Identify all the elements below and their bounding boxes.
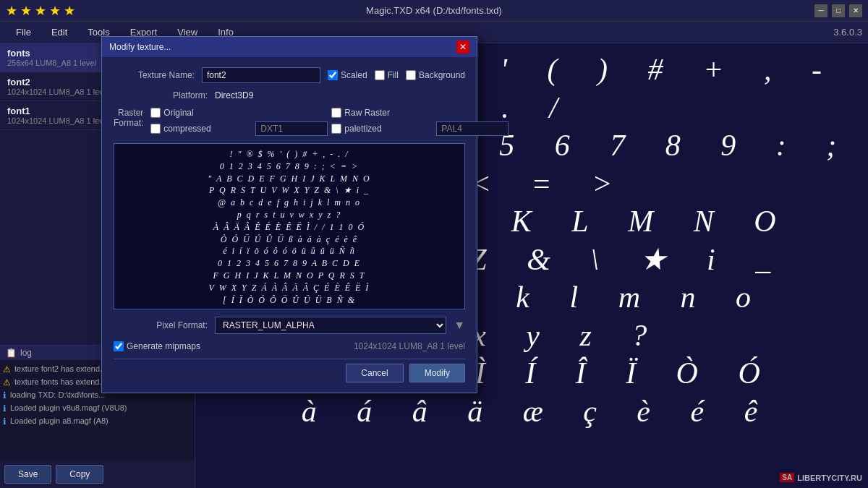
watermark: SA LIBERTYCITY.RU — [780, 473, 862, 482]
fill-checkbox[interactable] — [375, 70, 385, 80]
title-bar-left: ★ ★ ★ ★ ★ — [6, 3, 75, 19]
dialog-titlebar[interactable]: Modify texture... ✕ — [102, 37, 477, 57]
modify-dialog: Modify texture... ✕ Texture Name: Scaled… — [101, 36, 477, 393]
generate-mipmaps-checkbox[interactable] — [114, 341, 124, 351]
raw-raster-checkbox-label[interactable]: Raw Raster — [331, 108, 433, 118]
log-icon: 📋 — [6, 348, 17, 358]
info-icon-4: ℹ — [3, 416, 7, 427]
log-title: log — [20, 348, 32, 358]
star-icon-3: ★ — [35, 3, 46, 19]
title-bar: ★ ★ ★ ★ ★ Magic.TXD x64 (D:/txd/fonts.tx… — [0, 0, 868, 22]
compressed-checkbox-label[interactable]: compressed — [150, 124, 252, 134]
raw-raster-label: Raw Raster — [344, 108, 390, 118]
modify-button[interactable]: Modify — [409, 364, 465, 382]
compressed-checkbox[interactable] — [150, 124, 161, 134]
scaled-label-text: Scaled — [341, 70, 367, 80]
info-icon-3: ℹ — [3, 403, 7, 414]
palettized-checkbox[interactable] — [331, 124, 341, 134]
maximize-button[interactable]: □ — [832, 4, 845, 17]
sa-logo: SA — [780, 473, 794, 482]
save-button[interactable]: Save — [4, 465, 51, 484]
pixel-format-label: Pixel Format: — [114, 320, 208, 330]
generate-mipmaps-text: Generate mipmaps — [127, 341, 200, 351]
bottom-buttons: Save Copy — [0, 461, 195, 488]
texture-name-label: Texture Name: — [114, 70, 195, 80]
scaled-checkbox-label[interactable]: Scaled — [328, 70, 367, 80]
fill-checkbox-label[interactable]: Fill — [375, 70, 399, 80]
palettized-label: palettized — [344, 124, 381, 134]
raster-options-container: Original Raw Raster compressed — [150, 108, 509, 136]
star-icon-5: ★ — [64, 3, 75, 19]
generate-mipmaps-row: Generate mipmaps 1024x1024 LUM8_A8 1 lev… — [114, 341, 465, 351]
copy-button[interactable]: Copy — [56, 465, 103, 484]
log-text-1: texture fonts has extend... — [14, 377, 106, 386]
generate-mipmaps-label[interactable]: Generate mipmaps — [114, 341, 200, 351]
dialog-body: Texture Name: Scaled Fill Background Pla… — [102, 57, 477, 393]
warn-icon-1: ⚠ — [3, 377, 11, 388]
dropdown-arrow-icon: ▼ — [454, 319, 465, 332]
raw-raster-checkbox[interactable] — [331, 108, 341, 118]
original-label: Original — [163, 108, 193, 118]
info-icon-2: ℹ — [3, 390, 7, 401]
background-checkbox[interactable] — [406, 70, 416, 80]
platform-label: Platform: — [114, 90, 208, 100]
background-label-text: Background — [419, 70, 465, 80]
platform-row: Platform: Direct3D9 — [114, 90, 465, 100]
minimize-button[interactable]: ─ — [814, 4, 827, 17]
size-info-label: 1024x1024 LUM8_A8 1 level — [354, 341, 465, 351]
log-entry-3: ℹ Loaded plugin v8u8.magf (V8U8) — [3, 402, 192, 415]
star-icon-1: ★ — [6, 3, 17, 19]
log-text-2: loading TXD: D:\txd\fonts... — [10, 390, 105, 399]
pixel-format-select[interactable]: RASTER_LUM_ALPHA — [215, 317, 446, 334]
background-checkbox-label[interactable]: Background — [406, 70, 465, 80]
log-text-0: texture font2 has extend... — [14, 364, 106, 373]
dialog-buttons: Cancel Modify — [114, 359, 465, 382]
close-button[interactable]: ✕ — [849, 4, 862, 17]
menu-edit[interactable]: Edit — [41, 24, 77, 40]
warn-icon-0: ⚠ — [3, 364, 11, 374]
texture-name-row: Texture Name: Scaled Fill Background — [114, 67, 465, 83]
scaled-checkbox[interactable] — [328, 70, 338, 80]
texture-name-input[interactable] — [202, 67, 320, 83]
dialog-preview-text: ! " ® $ % ' ( ) # + , - . / 0 1 2 3 4 5 … — [203, 144, 375, 309]
star-icon-4: ★ — [49, 3, 61, 19]
cancel-button[interactable]: Cancel — [346, 364, 403, 382]
original-checkbox-label[interactable]: Original — [150, 108, 252, 118]
pixel-format-row: Pixel Format: RASTER_LUM_ALPHA ▼ — [114, 317, 465, 334]
menu-file[interactable]: File — [6, 24, 41, 40]
compressed-label: compressed — [163, 124, 210, 134]
palettized-checkbox-label[interactable]: palettized — [331, 124, 433, 134]
log-text-3: Loaded plugin v8u8.magf (V8U8) — [10, 403, 127, 412]
platform-value: Direct3D9 — [215, 90, 465, 100]
log-text-4: Loaded plugin a8.magf (A8) — [10, 416, 109, 425]
original-checkbox[interactable] — [150, 108, 161, 118]
fill-label-text: Fill — [388, 70, 399, 80]
title-bar-title: Magic.TXD x64 (D:/txd/fonts.txd) — [366, 5, 502, 16]
dialog-title-text: Modify texture... — [109, 42, 171, 52]
star-icon-2: ★ — [20, 3, 32, 19]
watermark-text: LIBERTYCITY.RU — [797, 474, 862, 482]
dialog-preview: ! " ® $ % ' ( ) # + , - . / 0 1 2 3 4 5 … — [114, 143, 465, 309]
palettized-input[interactable] — [436, 121, 509, 136]
dialog-close-button[interactable]: ✕ — [456, 40, 469, 53]
raster-format-row: Raster Format: Original Raw Raster comp — [114, 108, 465, 136]
version-label: 3.6.0.3 — [833, 27, 862, 38]
compressed-input[interactable] — [255, 121, 328, 136]
raster-format-label: Raster Format: — [114, 108, 143, 128]
log-entry-4: ℹ Loaded plugin a8.magf (A8) — [3, 415, 192, 428]
title-bar-controls[interactable]: ─ □ ✕ — [814, 4, 862, 17]
